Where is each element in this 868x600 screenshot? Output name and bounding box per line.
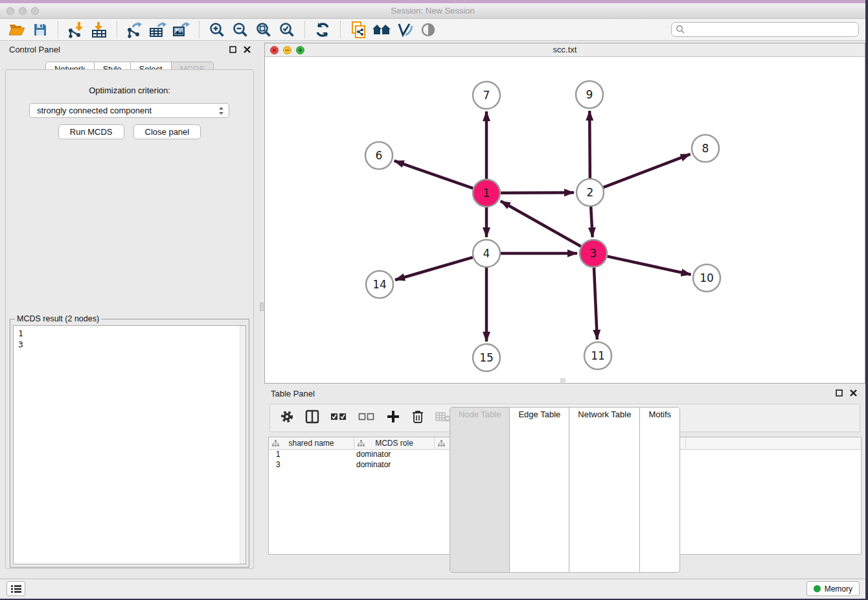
network-minimize-icon[interactable]: [283, 46, 291, 54]
zoom-fit-icon[interactable]: [252, 20, 275, 40]
edge-3-10[interactable]: [607, 257, 691, 275]
optimization-criterion-label: Optimization criterion:: [6, 86, 253, 95]
close-table-panel-icon[interactable]: [849, 389, 858, 397]
export-image-icon[interactable]: [170, 20, 193, 40]
node-6[interactable]: 6: [365, 142, 393, 169]
edge-2-3[interactable]: [591, 207, 593, 237]
apply-layout-icon[interactable]: [311, 20, 334, 40]
node-11[interactable]: 11: [584, 342, 611, 369]
svg-text:14: 14: [372, 278, 387, 291]
tab-node-table[interactable]: Node Table: [450, 407, 510, 573]
node-15[interactable]: 15: [473, 344, 500, 371]
edge-3-11[interactable]: [594, 268, 597, 340]
maximize-window-icon[interactable]: [31, 7, 39, 15]
minimize-window-icon[interactable]: [19, 7, 27, 15]
criterion-dropdown[interactable]: strongly connected component: [29, 103, 229, 118]
node-1[interactable]: 1: [473, 179, 500, 207]
new-network-from-selection-icon[interactable]: [347, 20, 370, 40]
save-session-icon[interactable]: [29, 20, 52, 40]
annotations-icon[interactable]: [393, 20, 417, 40]
application-window: Session: New Session: [0, 0, 865, 599]
show-hide-icon[interactable]: [417, 20, 440, 40]
criterion-value: strongly connected component: [37, 106, 152, 115]
svg-text:7: 7: [483, 89, 490, 102]
first-neighbors-icon[interactable]: [370, 20, 393, 40]
svg-text:6: 6: [376, 149, 383, 162]
table-panel: Table Panel: [264, 386, 865, 575]
memory-label: Memory: [825, 584, 852, 594]
table-panel-title: Table Panel: [271, 389, 315, 398]
control-panel: Control Panel NetworkStyleSelectMCDS Opt…: [0, 41, 259, 579]
memory-button[interactable]: Memory: [806, 581, 860, 596]
svg-text:15: 15: [479, 351, 494, 364]
edge-1-6[interactable]: [394, 161, 474, 188]
dropdown-stepper-icon: [218, 106, 225, 120]
control-panel-title: Control Panel: [9, 45, 60, 54]
edge-2-8[interactable]: [604, 154, 691, 187]
export-network-icon[interactable]: [123, 20, 146, 40]
search-box[interactable]: [671, 22, 859, 37]
mcds-result-title: MCDS result (2 nodes): [15, 314, 101, 323]
node-2[interactable]: 2: [577, 179, 604, 206]
search-icon: [676, 25, 685, 34]
close-panel-icon[interactable]: [243, 45, 251, 54]
network-close-icon[interactable]: [270, 46, 279, 54]
table-tabs: Node TableEdge TableNetwork TableMotifs: [264, 407, 865, 573]
titlebar: Session: New Session: [0, 3, 865, 19]
search-input[interactable]: [685, 25, 854, 34]
zoom-in-icon[interactable]: [205, 20, 229, 40]
node-3[interactable]: 3: [580, 240, 607, 267]
zoom-out-icon[interactable]: [229, 20, 252, 40]
svg-text:2: 2: [587, 186, 594, 199]
svg-text:8: 8: [702, 142, 709, 155]
network-view-window: scc.txt 1234678910111415: [264, 43, 865, 384]
panel-splitter[interactable]: [259, 41, 264, 579]
node-9[interactable]: 9: [576, 81, 603, 108]
list-icon: [11, 584, 21, 594]
node-8[interactable]: 8: [692, 135, 719, 162]
mcds-result-group: MCDS result (2 nodes) 13: [10, 319, 249, 568]
zoom-selected-icon[interactable]: [275, 20, 299, 40]
svg-text:9: 9: [586, 88, 593, 101]
open-session-icon[interactable]: [5, 20, 29, 40]
node-7[interactable]: 7: [473, 82, 500, 109]
run-mcds-button[interactable]: Run MCDS: [58, 124, 124, 139]
tab-network-table[interactable]: Network Table: [569, 407, 640, 573]
status-bar: Memory: [0, 579, 865, 597]
result-line: 3: [18, 339, 246, 350]
result-line: 1: [18, 328, 246, 339]
svg-text:4: 4: [483, 247, 490, 260]
node-14[interactable]: 14: [366, 271, 393, 298]
svg-text:10: 10: [700, 271, 714, 284]
main-toolbar: [0, 19, 865, 41]
svg-text:3: 3: [590, 247, 597, 260]
task-history-button[interactable]: [6, 581, 25, 596]
float-panel-icon[interactable]: [229, 45, 237, 54]
export-table-icon[interactable]: [146, 20, 170, 40]
close-window-icon[interactable]: [6, 7, 14, 15]
node-10[interactable]: 10: [693, 264, 720, 292]
window-title: Session: New Session: [0, 3, 865, 18]
network-title: scc.txt: [265, 43, 865, 56]
edge-3-1[interactable]: [501, 201, 581, 246]
svg-text:1: 1: [483, 187, 490, 200]
tab-edge-table[interactable]: Edge Table: [509, 407, 569, 573]
edge-1-2[interactable]: [501, 192, 574, 193]
result-scrollbar[interactable]: [240, 326, 246, 564]
network-canvas[interactable]: 1234678910111415: [265, 57, 865, 383]
network-maximize-icon[interactable]: [296, 46, 304, 54]
edge-2-9[interactable]: [589, 111, 590, 178]
mcds-tab-content: Optimization criterion: strongly connect…: [5, 69, 254, 569]
tab-motifs[interactable]: Motifs: [639, 407, 680, 573]
canvas-resize-grip[interactable]: [560, 378, 565, 382]
svg-text:11: 11: [591, 349, 605, 362]
float-table-panel-icon[interactable]: [835, 389, 843, 397]
import-network-icon[interactable]: [64, 20, 87, 40]
mcds-result-textarea[interactable]: 13: [13, 325, 246, 564]
network-window-titlebar[interactable]: scc.txt: [265, 43, 865, 57]
edge-4-14[interactable]: [395, 257, 473, 280]
memory-status-icon: [814, 585, 821, 592]
import-table-icon[interactable]: [87, 20, 111, 40]
close-panel-button[interactable]: Close panel: [133, 124, 201, 139]
node-4[interactable]: 4: [473, 240, 500, 267]
